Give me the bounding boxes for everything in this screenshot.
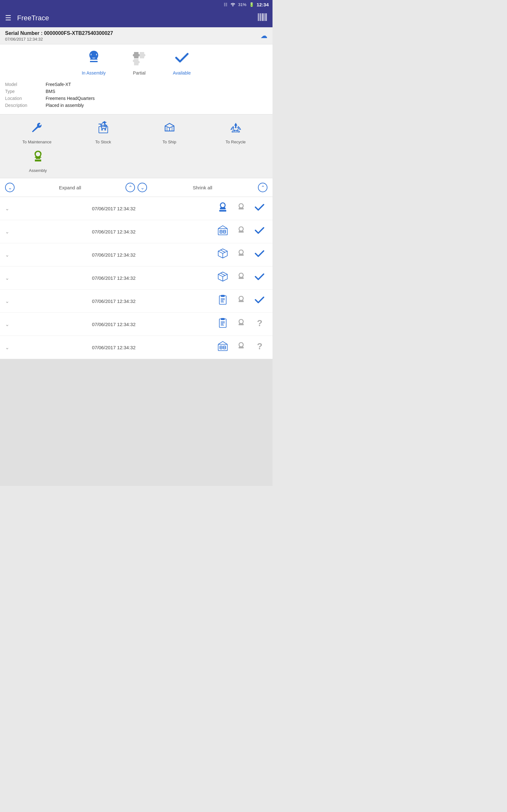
svg-rect-44 <box>239 347 244 348</box>
partial-label: Partial <box>133 70 146 75</box>
description-label: Description <box>5 103 43 108</box>
action-assembly[interactable]: Assembly <box>5 149 71 173</box>
ship-label: To Ship <box>163 140 176 144</box>
shrink-up-btn[interactable]: ⌃ <box>258 183 268 192</box>
action-maintenance[interactable]: To Maintenance <box>5 121 69 144</box>
svg-rect-1 <box>259 13 260 21</box>
row-timestamp: 07/06/2017 12:34:32 <box>15 299 212 304</box>
row-icon2 <box>233 249 249 261</box>
svg-point-12 <box>104 129 106 131</box>
row-icon1 <box>215 294 231 308</box>
row-status <box>251 294 268 308</box>
row-chevron: ⌄ <box>5 206 13 212</box>
partial-icon <box>131 49 147 69</box>
list-row[interactable]: ⌄ 07/06/2017 12:34:32 <box>0 243 273 266</box>
row-icon1 <box>215 271 231 285</box>
svg-rect-7 <box>266 13 267 21</box>
type-label: Type <box>5 89 43 94</box>
row-status: ? <box>251 340 268 354</box>
svg-rect-32 <box>221 318 225 320</box>
stock-label: To Stock <box>95 140 111 144</box>
row-timestamp: 07/06/2017 12:34:32 <box>15 322 212 327</box>
status-available[interactable]: Available <box>173 49 191 75</box>
row-icon2 <box>233 341 249 354</box>
serial-number: Serial Number : 0000000FS-XTB27540300027 <box>5 31 113 36</box>
row-timestamp: 07/06/2017 12:34:32 <box>15 229 212 235</box>
row-timestamp: 07/06/2017 12:34:32 <box>15 345 212 350</box>
row-chevron: ⌄ <box>5 345 13 351</box>
row-icon2 <box>233 202 249 215</box>
stock-icon <box>96 121 110 138</box>
shrink-down-btn[interactable]: ⌄ <box>137 183 147 192</box>
action-ship[interactable]: To Ship <box>137 121 201 144</box>
status-in-assembly[interactable]: In Assembly <box>82 49 106 75</box>
svg-rect-6 <box>265 13 266 21</box>
row-timestamp: 07/06/2017 12:34:32 <box>15 275 212 281</box>
list-row[interactable]: ⌄ 07/06/2017 12:34:32 <box>0 266 273 290</box>
svg-rect-5 <box>264 13 264 21</box>
list-row[interactable]: ⌄ 07/06/2017 12:34:32 ? <box>0 313 273 336</box>
maintenance-label: To Maintenance <box>22 140 52 144</box>
row-chevron: ⌄ <box>5 275 13 281</box>
expand-down-btn[interactable]: ⌄ <box>5 183 14 192</box>
row-timestamp: 07/06/2017 12:34:32 <box>15 206 212 211</box>
list-row[interactable]: ⌄ 07/06/2017 12:34:32 <box>0 197 273 220</box>
svg-rect-4 <box>262 13 263 21</box>
details-grid: Model FreeSafe-XT Type BMS Location Free… <box>0 81 273 112</box>
row-status <box>251 224 268 239</box>
in-assembly-label: In Assembly <box>82 70 106 75</box>
list-section: ⌄ 07/06/2017 12:34:32 ⌄ 07/06/2017 12:34… <box>0 197 273 359</box>
svg-rect-13 <box>220 208 226 209</box>
status-section: In Assembly Partial Available <box>0 44 273 114</box>
barcode-scanner-icon[interactable] <box>257 12 268 24</box>
model-value: FreeSafe-XT <box>46 82 268 87</box>
svg-rect-15 <box>239 208 244 209</box>
svg-rect-30 <box>239 301 244 302</box>
row-icon1 <box>215 224 231 239</box>
list-row[interactable]: ⌄ 07/06/2017 12:34:32 <box>0 290 273 313</box>
svg-rect-31 <box>219 319 226 327</box>
actions-section: To Maintenance To Stock <box>0 114 273 178</box>
wifi-icon <box>230 2 236 7</box>
svg-rect-37 <box>239 324 244 325</box>
row-timestamp: 07/06/2017 12:34:32 <box>15 252 212 258</box>
battery-icon: 🔋 <box>249 2 254 7</box>
row-status <box>251 201 268 215</box>
svg-text:?: ? <box>257 341 262 351</box>
svg-rect-39 <box>218 345 228 351</box>
status-bar: ☷ 31% 🔋 12:34 <box>0 0 273 9</box>
available-label: Available <box>173 70 191 75</box>
cloud-icon: ☁ <box>261 32 268 40</box>
svg-rect-8 <box>91 55 97 58</box>
svg-rect-21 <box>239 231 244 233</box>
status-partial[interactable]: Partial <box>131 49 147 75</box>
description-value: Placed in assembly <box>46 103 268 108</box>
svg-point-11 <box>101 129 103 131</box>
serial-bar: Serial Number : 0000000FS-XTB27540300027… <box>0 27 273 44</box>
hamburger-menu[interactable]: ☰ <box>5 14 11 22</box>
svg-rect-2 <box>260 13 261 21</box>
model-label: Model <box>5 82 43 87</box>
row-status <box>251 248 268 262</box>
list-row[interactable]: ⌄ 07/06/2017 12:34:32 ? <box>0 336 273 359</box>
svg-rect-22 <box>239 254 244 256</box>
row-status: ? <box>251 317 268 331</box>
action-recycle[interactable]: To Recycle <box>204 121 268 144</box>
available-icon <box>174 49 190 69</box>
row-icon2 <box>233 318 249 331</box>
expand-up-btn[interactable]: ⌃ <box>125 183 135 192</box>
row-icon1 <box>215 201 231 215</box>
list-row[interactable]: ⌄ 07/06/2017 12:34:32 <box>0 220 273 243</box>
row-icon2 <box>233 225 249 238</box>
row-status <box>251 271 268 285</box>
svg-rect-0 <box>258 13 259 21</box>
location-value: Freemens HeadQuarters <box>46 96 268 101</box>
app-title: FreeTrace <box>17 14 257 22</box>
in-assembly-icon <box>86 49 102 69</box>
svg-rect-23 <box>239 277 244 279</box>
shrink-all-label: Shrink all <box>150 185 256 190</box>
row-icon1 <box>215 317 231 331</box>
row-chevron: ⌄ <box>5 298 13 304</box>
action-stock[interactable]: To Stock <box>71 121 135 144</box>
row-chevron: ⌄ <box>5 229 13 235</box>
